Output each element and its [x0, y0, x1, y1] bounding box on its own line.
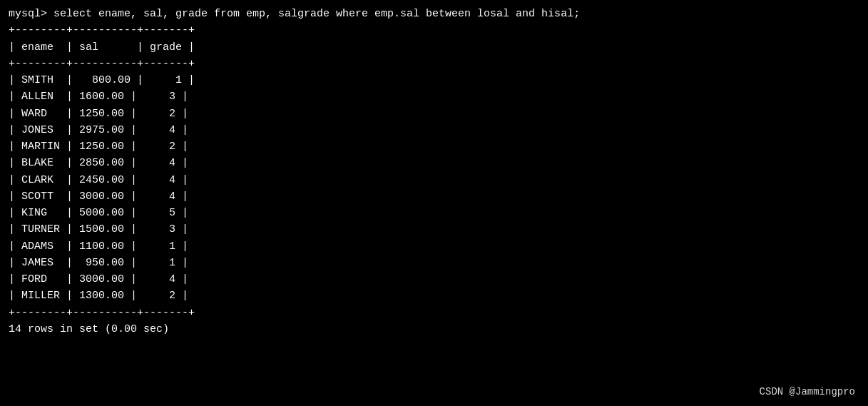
- table-row: | JONES | 2975.00 | 4 |: [9, 122, 859, 138]
- table-row: | MILLER | 1300.00 | 2 |: [9, 288, 859, 304]
- table-row: | SCOTT | 3000.00 | 4 |: [9, 188, 859, 205]
- border-bottom: +--------+----------+-------+: [9, 305, 859, 321]
- table-header: | ename | sal | grade |: [9, 39, 859, 56]
- table-row: | ALLEN | 1600.00 | 3 |: [9, 88, 859, 105]
- table-row: | JAMES | 950.00 | 1 |: [9, 255, 859, 271]
- table-row: | BLAKE | 2850.00 | 4 |: [9, 155, 859, 171]
- table-row: | ADAMS | 1100.00 | 1 |: [9, 238, 859, 255]
- table-row: | SMITH | 800.00 | 1 |: [9, 72, 859, 88]
- table-row: | MARTIN | 1250.00 | 2 |: [9, 138, 859, 155]
- table-row: | CLARK | 2450.00 | 4 |: [9, 172, 859, 188]
- terminal-window: mysql> select ename, sal, grade from emp…: [0, 0, 868, 406]
- border-mid: +--------+----------+-------+: [9, 56, 859, 72]
- table-row: | TURNER | 1500.00 | 3 |: [9, 221, 859, 238]
- watermark: CSDN @Jammingpro: [760, 386, 855, 397]
- table-row: | FORD | 3000.00 | 4 |: [9, 271, 859, 288]
- command-line: mysql> select ename, sal, grade from emp…: [9, 6, 859, 22]
- summary-line: 14 rows in set (0.00 sec): [9, 321, 859, 338]
- border-top: +--------+----------+-------+: [9, 22, 859, 39]
- table-body: | SMITH | 800.00 | 1 || ALLEN | 1600.00 …: [9, 72, 859, 305]
- table-row: | KING | 5000.00 | 5 |: [9, 205, 859, 221]
- table-row: | WARD | 1250.00 | 2 |: [9, 106, 859, 122]
